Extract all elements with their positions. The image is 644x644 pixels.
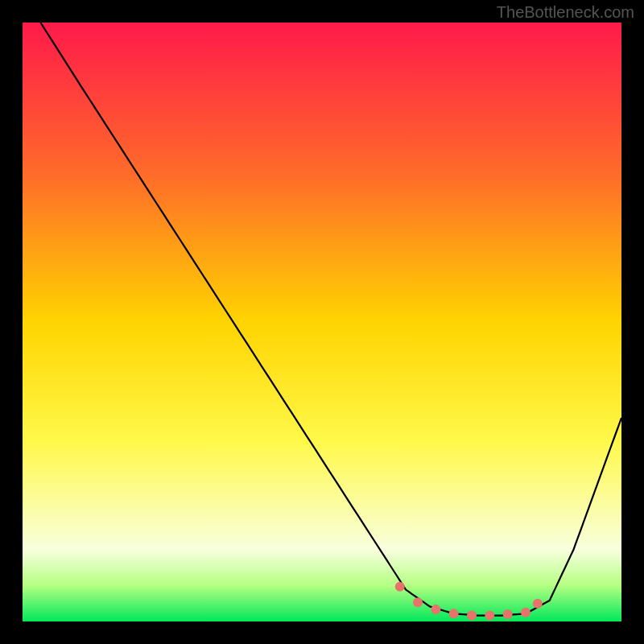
marker-point [521, 608, 530, 617]
marker-point [395, 582, 405, 592]
marker-point [503, 609, 513, 619]
watermark-text: TheBottleneck.com [497, 3, 634, 22]
marker-point [485, 611, 494, 621]
marker-point [533, 599, 543, 609]
marker-point [431, 605, 440, 614]
marker-point [467, 611, 477, 621]
marker-point [449, 609, 459, 618]
chart-background [23, 23, 621, 621]
chart-svg [23, 23, 621, 621]
marker-point [413, 597, 423, 607]
chart-canvas [23, 23, 621, 621]
